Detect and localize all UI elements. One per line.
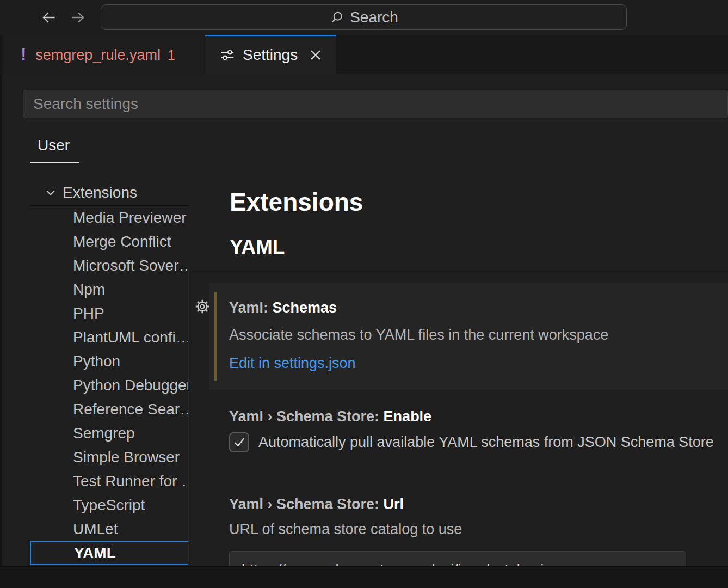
tab-label: semgrep_rule.yaml (35, 47, 161, 64)
title-bar: Search (0, 0, 728, 35)
scope-tab-user[interactable]: User (38, 137, 70, 154)
gear-icon[interactable] (195, 299, 210, 314)
toc-item-test-runner[interactable]: Test Runner for … (30, 469, 189, 493)
tab-label: Settings (243, 46, 298, 64)
setting-name: Enable (384, 408, 432, 425)
schema-store-enable-control: Automatically pull available YAML schema… (229, 430, 714, 454)
page-title: Extensions (230, 189, 363, 215)
settings-search-input[interactable] (23, 90, 728, 118)
checkbox-checked[interactable] (229, 432, 249, 452)
chevron-down-icon (45, 187, 57, 199)
setting-row-schema-store-enable: Yaml › Schema Store: Enable (229, 408, 431, 425)
toc-item-php[interactable]: PHP (30, 302, 189, 326)
toc-item-simple-browser[interactable]: Simple Browser (30, 445, 189, 469)
tab-semgrep-rule-yaml[interactable]: ! semgrep_rule.yaml 1 (3, 35, 204, 74)
settings-sliders-icon (219, 47, 236, 63)
setting-category: Yaml › Schema Store: (229, 408, 384, 425)
back-button[interactable] (40, 9, 58, 26)
toc-item-umlet[interactable]: UMLet (30, 517, 189, 541)
command-center-search[interactable]: Search (101, 4, 627, 30)
checkmark-icon (231, 434, 248, 450)
checkbox-label: Automatically pull available YAML schema… (258, 434, 714, 451)
setting-name: Schemas (273, 299, 337, 316)
command-center-label: Search (350, 9, 398, 26)
setting-name: Url (384, 496, 404, 512)
toc-item-yaml[interactable]: YAML (30, 541, 189, 565)
forward-button[interactable] (69, 9, 87, 26)
content-header-divider (191, 271, 728, 271)
toc-content-divider (188, 272, 189, 566)
gear-glyph (195, 299, 210, 314)
tab-settings[interactable]: Settings (205, 35, 336, 74)
toc-group-extensions[interactable]: Extensions (30, 181, 189, 206)
problems-badge: 1 (168, 47, 175, 63)
toc-item-media-previewer[interactable]: Media Previewer (30, 206, 189, 230)
settings-toc: Extensions Media Previewer Merge Conflic… (30, 181, 189, 565)
toc-item-plantuml-config[interactable]: PlantUML confi… (30, 326, 189, 350)
arrow-right-icon (69, 9, 87, 26)
settings-editor: User Extensions Media Previewer Merge Co… (2, 74, 728, 566)
setting-category: Yaml › Schema Store: (229, 496, 384, 512)
scope-tab-underline (30, 162, 79, 163)
toc-item-merge-conflict[interactable]: Merge Conflict (30, 230, 189, 254)
toc-item-python[interactable]: Python (30, 350, 189, 373)
modified-indicator (214, 292, 217, 381)
vscode-window: Search ! semgrep_rule.yaml 1 Settings Us… (0, 0, 728, 588)
toc-item-python-debugger[interactable]: Python Debugger (30, 373, 189, 397)
url-input[interactable] (229, 551, 686, 566)
toc-item-microsoft-sover[interactable]: Microsoft Sover… (30, 254, 189, 278)
bottom-panel-strip (0, 566, 728, 588)
warning-icon: ! (21, 45, 26, 65)
close-icon[interactable] (307, 47, 324, 63)
search-icon (329, 10, 344, 25)
arrow-left-icon (40, 9, 58, 26)
close-x-glyph (308, 47, 323, 63)
toc-item-semgrep[interactable]: Semgrep (30, 421, 189, 445)
setting-category: Yaml: (229, 299, 273, 316)
toc-group-label: Extensions (63, 184, 137, 201)
toc-item-reference-search[interactable]: Reference Sear… (30, 397, 189, 421)
tab-bar: ! semgrep_rule.yaml 1 Settings (0, 35, 728, 74)
setting-description: Associate schemas to YAML files in the c… (229, 327, 608, 344)
setting-description: URL of schema store catalog to use (229, 521, 462, 538)
setting-title: Yaml: Schemas (229, 299, 337, 316)
setting-row-schema-store-url: Yaml › Schema Store: Url (229, 496, 404, 513)
setting-row-schemas: Yaml: Schemas Associate schemas to YAML … (209, 283, 728, 390)
toc-item-npm[interactable]: Npm (30, 278, 189, 302)
edit-settings-json-link[interactable]: Edit in settings.json (229, 355, 356, 372)
toc-item-typescript[interactable]: TypeScript (30, 493, 189, 517)
page-subtitle: YAML (230, 237, 285, 257)
